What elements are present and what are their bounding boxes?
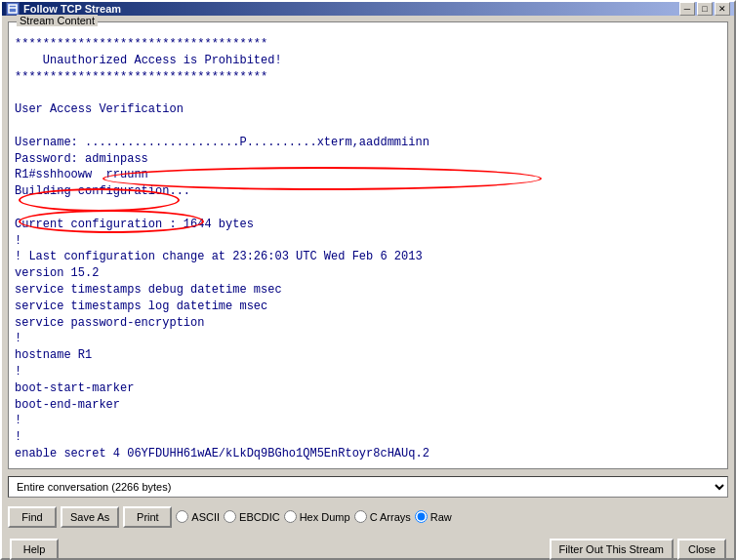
stream-text-area[interactable]: ************************************ Una… xyxy=(11,32,725,466)
ascii-radio-label[interactable]: ASCII xyxy=(176,510,220,523)
minimize-button[interactable]: ─ xyxy=(679,2,695,16)
print-button[interactable]: Print xyxy=(123,506,172,528)
raw-radio-label[interactable]: Raw xyxy=(415,510,452,523)
svg-rect-0 xyxy=(9,5,17,13)
close-window-button[interactable]: Close xyxy=(677,539,726,560)
window-icon xyxy=(6,2,20,16)
window-title: Follow TCP Stream xyxy=(23,3,121,15)
raw-label: Raw xyxy=(430,511,452,523)
ebcdic-radio[interactable] xyxy=(224,510,236,523)
hexdump-radio[interactable] xyxy=(284,510,297,523)
format-row: Find Save As Print ASCII EBCDIC Hex Dump… xyxy=(8,504,728,530)
ascii-label: ASCII xyxy=(191,511,220,523)
ebcdic-label: EBCDIC xyxy=(239,511,280,523)
maximize-button[interactable]: □ xyxy=(697,2,713,16)
ascii-radio[interactable] xyxy=(176,510,188,523)
ebcdic-radio-label[interactable]: EBCDIC xyxy=(224,510,280,523)
help-button[interactable]: Help xyxy=(10,539,59,560)
carrays-label: C Arrays xyxy=(370,511,411,523)
filter-out-button[interactable]: Filter Out This Stream xyxy=(550,539,674,560)
hexdump-label: Hex Dump xyxy=(300,511,350,523)
main-window: Follow TCP Stream ─ □ ✕ Stream Content *… xyxy=(0,0,736,560)
window-inner: Stream Content *************************… xyxy=(2,16,734,560)
title-bar-left: Follow TCP Stream xyxy=(6,2,121,16)
hexdump-radio-label[interactable]: Hex Dump xyxy=(284,510,350,523)
close-button[interactable]: ✕ xyxy=(715,2,730,16)
carrays-radio[interactable] xyxy=(354,510,367,523)
title-bar-buttons: ─ □ ✕ xyxy=(679,2,730,16)
title-bar: Follow TCP Stream ─ □ ✕ xyxy=(2,2,734,16)
carrays-radio-label[interactable]: C Arrays xyxy=(354,510,411,523)
raw-radio[interactable] xyxy=(415,510,428,523)
bottom-row: Help Filter Out This Stream Close xyxy=(8,535,728,560)
group-box-label: Stream Content xyxy=(17,15,98,26)
stream-content-group: Stream Content *************************… xyxy=(8,21,728,469)
save-as-button[interactable]: Save As xyxy=(61,506,119,528)
dropdown-row: Entire conversation (2266 bytes) xyxy=(8,474,728,500)
conversation-dropdown[interactable]: Entire conversation (2266 bytes) xyxy=(8,476,728,498)
find-button[interactable]: Find xyxy=(8,506,57,528)
